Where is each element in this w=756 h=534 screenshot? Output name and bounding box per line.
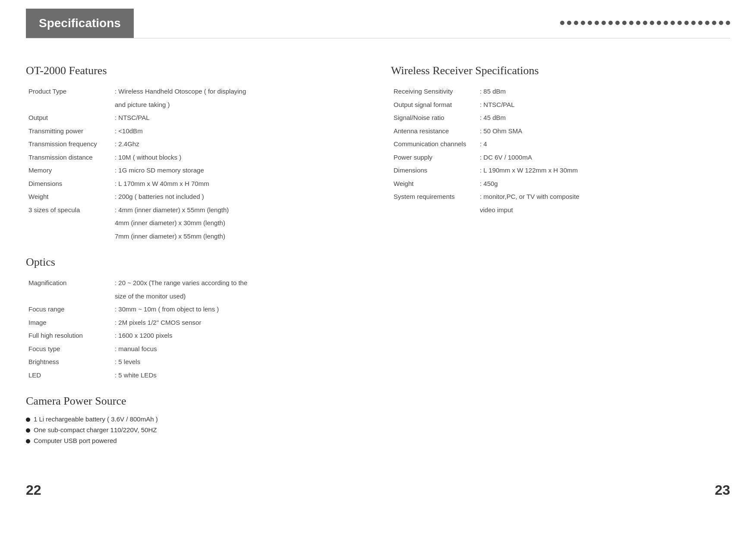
spec-value-continuation: 7mm (inner diameter) x 55mm (length): [112, 230, 365, 243]
camera-bullet-list: 1 Li rechargeable battery ( 3.6V / 800mA…: [26, 415, 365, 444]
spec-value: : 4mm (inner diameter) x 55mm (length): [112, 204, 365, 217]
section-camera-title: Camera Power Source: [26, 395, 365, 408]
spec-value-continuation: 4mm (inner diameter) x 30mm (length): [112, 217, 365, 230]
spec-value: : Wireless Handheld Otoscope ( for displ…: [112, 85, 365, 98]
spec-label: Weight: [26, 190, 112, 204]
dot-decoration: [588, 21, 592, 25]
main-content: OT-2000 Features Product Type: Wireless …: [0, 47, 756, 465]
table-row: System requirements: monitor,PC, or TV w…: [391, 190, 730, 204]
table-row-continuation: and picture taking ): [26, 98, 365, 112]
table-row: Output: NTSC/PAL: [26, 111, 365, 125]
spec-value: : 200g ( batteries not included ): [112, 190, 365, 204]
list-item: Computer USB port powered: [26, 437, 365, 444]
list-item: One sub-compact charger 110/220V, 50HZ: [26, 426, 365, 433]
left-column: OT-2000 Features Product Type: Wireless …: [26, 60, 365, 448]
spec-value: : NTSC/PAL: [112, 111, 365, 125]
table-row: Signal/Noise ratio: 45 dBm: [391, 111, 730, 125]
spec-label: Antenna resistance: [391, 125, 477, 138]
dot-decoration: [643, 21, 647, 25]
dot-decoration: [726, 21, 730, 25]
spec-value: : 2.4Ghz: [112, 138, 365, 151]
divider: [26, 38, 730, 38]
spec-label: Image: [26, 316, 112, 330]
spec-label: Weight: [391, 177, 477, 191]
spec-value: : 5 white LEDs: [112, 369, 365, 382]
table-row: Output signal format: NTSC/PAL: [391, 98, 730, 112]
optics-spec-table: Magnification: 20 ~ 200x (The range vari…: [26, 276, 365, 382]
table-row: Magnification: 20 ~ 200x (The range vari…: [26, 276, 365, 290]
spec-value: : 5 levels: [112, 355, 365, 369]
spec-value: : L 170mm x W 40mm x H 70mm: [112, 177, 365, 191]
spec-value: : manual focus: [112, 342, 365, 356]
table-row: Weight: 450g: [391, 177, 730, 191]
dot-decoration: [615, 21, 620, 25]
header-bar: Specifications: [26, 9, 134, 38]
spec-value: : monitor,PC, or TV with composite: [477, 190, 730, 204]
table-row: Brightness: 5 levels: [26, 355, 365, 369]
table-row: Dimensions: L 190mm x W 122mm x H 30mm: [391, 164, 730, 177]
dot-decoration: [581, 21, 585, 25]
spec-value: : 1G micro SD memory storage: [112, 164, 365, 177]
table-row: Focus type: manual focus: [26, 342, 365, 356]
spec-value: : 4: [477, 138, 730, 151]
spec-label: Full high resolution: [26, 329, 112, 342]
spec-value: : 50 Ohm SMA: [477, 125, 730, 138]
spec-label: Product Type: [26, 85, 112, 98]
bullet-text: One sub-compact charger 110/220V, 50HZ: [34, 426, 157, 433]
spec-label: Signal/Noise ratio: [391, 111, 477, 125]
dot-decoration: [574, 21, 578, 25]
dot-decoration: [677, 21, 682, 25]
page-numbers: 22 23: [0, 482, 756, 498]
table-row: Focus range: 30mm ~ 10m ( from object to…: [26, 303, 365, 316]
spec-value: : 85 dBm: [477, 85, 730, 98]
table-row: 3 sizes of specula: 4mm (inner diameter)…: [26, 204, 365, 217]
dot-decoration: [602, 21, 606, 25]
page-number-left: 22: [26, 482, 41, 498]
spec-value: : NTSC/PAL: [477, 98, 730, 112]
table-row: Transmission distance: 10M ( without blo…: [26, 151, 365, 164]
spec-value: : 45 dBm: [477, 111, 730, 125]
spec-value-continuation: video imput: [477, 204, 730, 217]
spec-value: : 20 ~ 200x (The range varies according …: [112, 276, 365, 290]
spec-value: : <10dBm: [112, 125, 365, 138]
table-row: Weight: 200g ( batteries not included ): [26, 190, 365, 204]
dot-decoration: [712, 21, 716, 25]
table-row: Transmission frequency: 2.4Ghz: [26, 138, 365, 151]
spec-label: Focus range: [26, 303, 112, 316]
table-row: Communication channels: 4: [391, 138, 730, 151]
section-wireless-title: Wireless Receiver Specifications: [391, 64, 730, 77]
spec-label: 3 sizes of specula: [26, 204, 112, 217]
spec-value-continuation: and picture taking ): [112, 98, 365, 112]
spec-value-continuation: size of the monitor used): [112, 290, 365, 303]
dot-decoration: [595, 21, 599, 25]
spec-value: : 10M ( without blocks ): [112, 151, 365, 164]
page-number-right: 23: [715, 482, 730, 498]
dot-decoration: [622, 21, 627, 25]
bullet-dot-icon: [26, 418, 30, 422]
bullet-dot-icon: [26, 439, 30, 443]
table-row: Dimensions: L 170mm x W 40mm x H 70mm: [26, 177, 365, 191]
section-optics-title: Optics: [26, 256, 365, 269]
spec-label: Output signal format: [391, 98, 477, 112]
dot-decoration: [705, 21, 709, 25]
table-row: Antenna resistance: 50 Ohm SMA: [391, 125, 730, 138]
spec-value: : 450g: [477, 177, 730, 191]
spec-label: Communication channels: [391, 138, 477, 151]
table-row-continuation: 4mm (inner diameter) x 30mm (length): [26, 217, 365, 230]
spec-label: Transmission distance: [26, 151, 112, 164]
table-row: Power supply: DC 6V / 1000mA: [391, 151, 730, 164]
spec-label: Receiving Sensitivity: [391, 85, 477, 98]
dot-decoration: [636, 21, 640, 25]
spec-label: Dimensions: [391, 164, 477, 177]
spec-label: Brightness: [26, 355, 112, 369]
dot-line-decoration: [560, 21, 730, 25]
right-column: Wireless Receiver Specifications Receivi…: [391, 60, 730, 448]
dot-decoration: [698, 21, 702, 25]
spec-value: : L 190mm x W 122mm x H 30mm: [477, 164, 730, 177]
spec-label: Focus type: [26, 342, 112, 356]
dot-decoration: [684, 21, 689, 25]
table-row: Full high resolution: 1600 x 1200 pixels: [26, 329, 365, 342]
spec-label: Transmission frequency: [26, 138, 112, 151]
dot-decoration: [629, 21, 633, 25]
table-row: Product Type: Wireless Handheld Otoscope…: [26, 85, 365, 98]
